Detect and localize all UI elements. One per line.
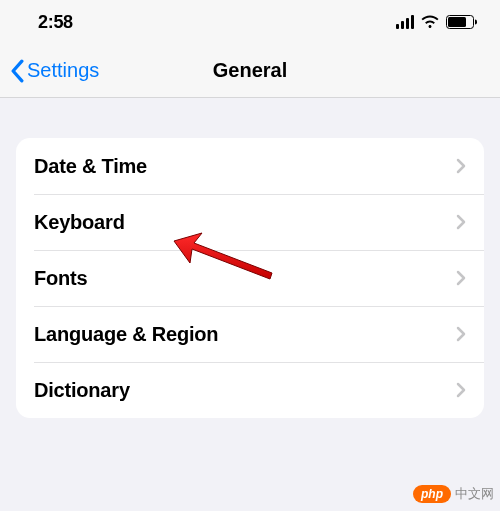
chevron-right-icon	[456, 326, 466, 342]
chevron-right-icon	[456, 158, 466, 174]
status-time: 2:58	[38, 12, 73, 33]
row-label: Keyboard	[34, 211, 125, 234]
row-label: Language & Region	[34, 323, 218, 346]
watermark: php 中文网	[413, 485, 494, 503]
settings-group: Date & Time Keyboard Fonts Language & Re…	[16, 138, 484, 418]
row-language-region[interactable]: Language & Region	[16, 306, 484, 362]
status-right	[396, 15, 474, 29]
page-title: General	[213, 59, 287, 82]
back-button[interactable]: Settings	[10, 59, 99, 83]
row-fonts[interactable]: Fonts	[16, 250, 484, 306]
watermark-badge: php	[413, 485, 451, 503]
watermark-text: 中文网	[455, 485, 494, 503]
battery-icon	[446, 15, 474, 29]
row-dictionary[interactable]: Dictionary	[16, 362, 484, 418]
row-keyboard[interactable]: Keyboard	[16, 194, 484, 250]
row-date-time[interactable]: Date & Time	[16, 138, 484, 194]
chevron-left-icon	[10, 59, 25, 83]
content-area: Date & Time Keyboard Fonts Language & Re…	[0, 98, 500, 511]
cellular-signal-icon	[396, 15, 414, 29]
back-label: Settings	[27, 59, 99, 82]
row-label: Date & Time	[34, 155, 147, 178]
row-label: Dictionary	[34, 379, 130, 402]
chevron-right-icon	[456, 270, 466, 286]
row-label: Fonts	[34, 267, 87, 290]
wifi-icon	[421, 15, 439, 29]
status-bar: 2:58	[0, 0, 500, 44]
chevron-right-icon	[456, 214, 466, 230]
chevron-right-icon	[456, 382, 466, 398]
navigation-bar: Settings General	[0, 44, 500, 98]
